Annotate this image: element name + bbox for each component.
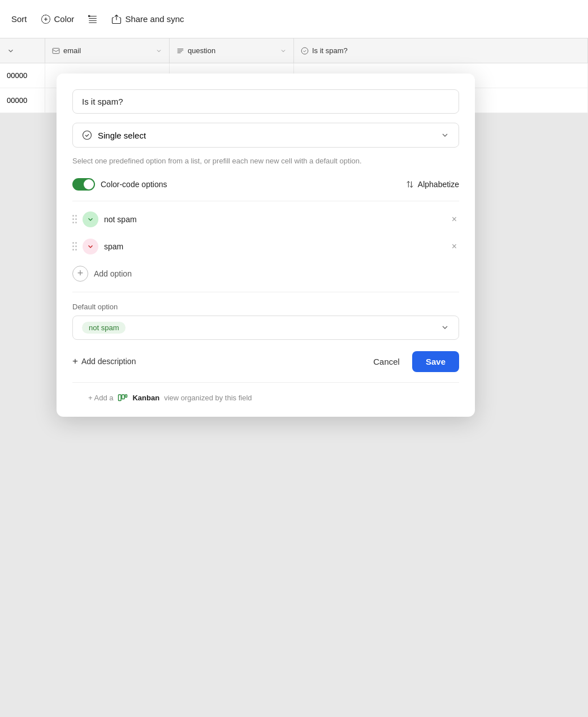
column-headers: email question Is it spam? [0,38,588,63]
type-label: Single select [98,131,146,140]
sort-label: Sort [11,14,27,24]
plus-icon: + [72,356,78,367]
sort-button[interactable]: Sort [11,14,27,24]
delete-not-spam-button[interactable]: × [449,213,459,226]
email-icon [52,47,60,55]
option-name-spam: spam [104,242,444,251]
col-header-expand[interactable] [0,38,45,63]
color-icon [41,14,51,24]
kanban-prefix: + Add a [88,394,113,402]
share-sync-button[interactable]: Share and sync [111,14,184,24]
cancel-button[interactable]: Cancel [366,352,407,371]
col-email-label: email [63,46,81,55]
share-icon [111,14,122,24]
type-selector[interactable]: Single select [72,123,459,148]
kanban-bold-label: Kanban [132,394,159,402]
col-header-spam[interactable]: Is it spam? [294,38,588,63]
align-icon [176,47,184,55]
svg-point-2 [301,47,308,54]
circle-check-icon [301,47,309,55]
add-description-button[interactable]: + Add description [72,356,136,367]
field-name-input[interactable] [72,89,459,114]
svg-rect-6 [126,395,127,398]
modal-footer: + Add description Cancel Save [72,351,459,372]
chevron-down-icon-question [280,47,287,54]
chevron-down-icon-default [440,323,449,332]
cell-number-1: 00000 [0,63,45,88]
svg-rect-1 [53,48,59,53]
divider-2 [72,292,459,292]
toggle-left: Color-code options [72,178,167,191]
svg-rect-5 [122,395,125,399]
kanban-icon [118,393,128,403]
default-section-label: Default option [72,303,459,311]
field-description: Select one predefined option from a list… [72,156,459,167]
chevron-down-icon-email [155,47,162,54]
color-label: Color [54,14,75,24]
default-option-selector[interactable]: not spam [72,316,459,340]
col-header-question[interactable]: question [170,38,294,63]
footer-actions: Cancel Save [366,351,459,372]
options-list: not spam × spam × + Add option [72,206,459,287]
option-color-not-spam[interactable] [83,211,98,227]
color-code-row: Color-code options Alphabetize [72,178,459,191]
alphabetize-label: Alphabetize [418,180,459,189]
col-header-email[interactable]: email [45,38,170,63]
add-option-button[interactable]: + Add option [72,260,459,287]
option-color-spam[interactable] [83,239,98,254]
svg-rect-4 [119,395,122,401]
drag-handle-spam[interactable] [72,242,77,250]
toolbar: Sort Color Share and sync [0,0,588,38]
type-selector-left: Single select [82,130,146,140]
add-option-icon: + [72,266,88,282]
color-code-toggle[interactable] [72,178,95,191]
drag-handle-not-spam[interactable] [72,215,77,223]
col-spam-label: Is it spam? [312,46,348,55]
option-row-not-spam: not spam × [72,206,459,233]
save-button[interactable]: Save [412,351,459,372]
delete-spam-button[interactable]: × [449,240,459,253]
share-label: Share and sync [125,14,184,24]
chevron-down-icon-spam [87,243,94,250]
alphabetize-button[interactable]: Alphabetize [405,180,459,189]
chevron-down-icon-type [440,131,449,140]
option-row-spam: spam × [72,233,459,260]
option-name-not-spam: not spam [104,215,444,224]
color-code-label: Color-code options [101,180,167,189]
add-description-label: Add description [81,357,136,366]
view-toggle-button[interactable] [88,14,98,24]
kanban-suffix: view organized by this field [164,394,252,402]
chevron-down-icon [7,47,15,55]
single-select-icon [82,130,92,140]
sort-icon [405,180,414,189]
cell-number-2: 00000 [0,88,45,113]
color-button[interactable]: Color [41,14,75,24]
svg-point-3 [83,131,92,140]
col-question-label: question [188,46,215,55]
chevron-down-icon-not-spam [87,215,94,223]
add-option-label: Add option [94,269,132,278]
divider-1 [72,201,459,201]
default-badge: not spam [82,322,126,334]
list-view-icon [88,14,98,24]
field-editor-modal: Single select Select one predefined opti… [57,74,475,417]
kanban-footer[interactable]: + Add a Kanban view organized by this fi… [72,382,459,403]
